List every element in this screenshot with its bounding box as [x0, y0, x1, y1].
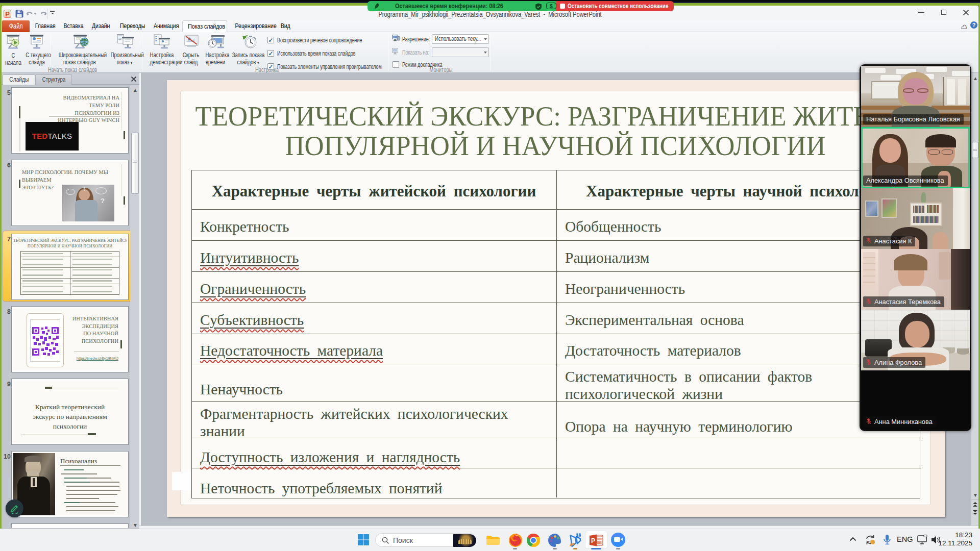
- svg-text:P: P: [591, 537, 595, 544]
